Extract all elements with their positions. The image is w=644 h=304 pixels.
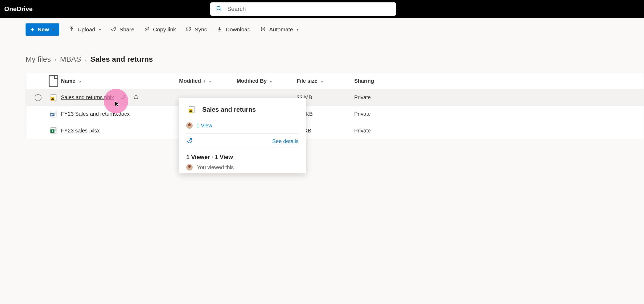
chevron-right-icon: › bbox=[55, 56, 56, 63]
row-select[interactable] bbox=[30, 94, 46, 101]
header-bar: OneDrive bbox=[0, 0, 644, 18]
chevron-down-icon: ⌄ bbox=[78, 78, 81, 84]
file-icon-pbix bbox=[46, 94, 61, 101]
chevron-down-icon: ⌄ bbox=[269, 78, 273, 84]
col-modified-header[interactable]: Modified ↓ ⌄ bbox=[179, 78, 237, 84]
col-sharing-header[interactable]: Sharing bbox=[354, 78, 402, 84]
share-button[interactable]: Share bbox=[110, 24, 135, 35]
file-name[interactable]: FY23 sales .xlsx bbox=[61, 128, 100, 134]
file-name[interactable]: FY23 Sales and returns.docx bbox=[61, 111, 130, 117]
sync-icon bbox=[185, 26, 191, 33]
copylink-button[interactable]: Copy link bbox=[143, 24, 176, 35]
svg-line-1 bbox=[220, 9, 221, 11]
share-label: Share bbox=[119, 26, 134, 33]
view-count-link[interactable]: 1 View bbox=[196, 123, 212, 129]
svg-rect-31 bbox=[191, 111, 192, 112]
hover-card-title: Sales and returns bbox=[202, 106, 256, 113]
col-size-header[interactable]: File size ⌄ bbox=[297, 78, 354, 84]
svg-point-0 bbox=[217, 6, 220, 10]
sync-button[interactable]: Sync bbox=[185, 24, 208, 35]
file-icon-docx: W bbox=[46, 110, 61, 118]
svg-rect-10 bbox=[51, 99, 52, 100]
table-header: Name ⌄ Modified ↓ ⌄ Modified By ⌄ File s… bbox=[26, 73, 644, 89]
download-icon bbox=[217, 26, 222, 33]
svg-text:X: X bbox=[51, 130, 53, 133]
svg-marker-14 bbox=[134, 94, 138, 99]
sync-label: Sync bbox=[195, 26, 207, 33]
avatar-icon bbox=[186, 122, 193, 129]
automate-button[interactable]: Automate ▾ bbox=[259, 24, 299, 35]
file-table: Name ⌄ Modified ↓ ⌄ Modified By ⌄ File s… bbox=[26, 73, 644, 139]
table-row[interactable]: Sales and returns.pbix ··· 23 MB Private bbox=[26, 89, 644, 106]
svg-rect-12 bbox=[53, 98, 54, 100]
file-name-cell[interactable]: FY23 Sales and returns.docx bbox=[61, 111, 179, 117]
svg-rect-29 bbox=[189, 111, 190, 112]
breadcrumb: My files › MBAS › Sales and returns bbox=[26, 41, 644, 73]
toolbar: + New ▾ Upload ▾ Share Copy link bbox=[26, 18, 644, 41]
download-button[interactable]: Download bbox=[216, 24, 251, 35]
share-icon[interactable] bbox=[186, 138, 193, 139]
breadcrumb-item[interactable]: My files bbox=[26, 55, 51, 64]
automate-label: Automate bbox=[269, 26, 293, 33]
search-icon bbox=[216, 6, 222, 13]
hover-card-views: 1 View bbox=[186, 122, 299, 129]
chevron-down-icon: ▾ bbox=[297, 27, 299, 32]
new-button[interactable]: + New ▾ bbox=[26, 23, 59, 36]
col-modby-label: Modified By bbox=[237, 78, 267, 84]
table-row[interactable]: X FY23 sales .xlsx 90 KB Private bbox=[26, 122, 644, 139]
search-input[interactable] bbox=[227, 6, 390, 13]
table-row[interactable]: W FY23 Sales and returns.docx 2.1 KB Pri… bbox=[26, 106, 644, 122]
new-button-label: New bbox=[38, 26, 49, 33]
plus-icon: + bbox=[30, 26, 34, 33]
download-label: Download bbox=[226, 26, 250, 33]
col-name-header[interactable]: Name ⌄ bbox=[61, 78, 179, 84]
breadcrumb-item[interactable]: MBAS bbox=[60, 55, 81, 64]
hover-card-share-row: See details bbox=[186, 134, 299, 139]
file-name[interactable]: Sales and returns.pbix bbox=[61, 94, 114, 101]
hover-card-header: Sales and returns bbox=[186, 104, 299, 115]
col-name-label: Name bbox=[61, 78, 75, 84]
search-box[interactable] bbox=[210, 2, 396, 16]
file-name-cell[interactable]: Sales and returns.pbix ··· bbox=[61, 94, 179, 101]
breadcrumb-current: Sales and returns bbox=[90, 55, 153, 64]
file-icon-pbix bbox=[186, 104, 197, 115]
chevron-right-icon: › bbox=[85, 56, 87, 63]
chevron-down-icon: ⌄ bbox=[208, 78, 212, 84]
file-icon-xlsx: X bbox=[46, 127, 61, 134]
file-name-cell[interactable]: FY23 sales .xlsx bbox=[61, 128, 179, 134]
content: + New ▾ Upload ▾ Share Copy link bbox=[0, 18, 644, 139]
sort-descending-icon: ↓ bbox=[204, 79, 205, 83]
sharing-cell: Private bbox=[354, 128, 402, 134]
file-hover-card: Sales and returns 1 View See details 1 V… bbox=[179, 98, 306, 139]
link-icon bbox=[144, 26, 150, 33]
svg-rect-11 bbox=[52, 98, 53, 100]
row-more-icon[interactable]: ··· bbox=[146, 94, 152, 101]
chevron-down-icon: ▾ bbox=[53, 27, 55, 32]
upload-button[interactable]: Upload ▾ bbox=[68, 24, 101, 35]
col-modifiedby-header[interactable]: Modified By ⌄ bbox=[237, 78, 297, 84]
svg-line-13 bbox=[122, 95, 125, 97]
copylink-label: Copy link bbox=[153, 26, 176, 33]
col-modified-label: Modified bbox=[179, 78, 201, 84]
col-sharing-label: Sharing bbox=[354, 78, 374, 84]
row-favorite-icon[interactable] bbox=[133, 94, 139, 101]
share-icon bbox=[110, 26, 116, 33]
col-icon-header bbox=[46, 74, 61, 89]
upload-label: Upload bbox=[77, 26, 95, 33]
col-size-label: File size bbox=[297, 78, 317, 84]
automate-icon bbox=[260, 26, 266, 33]
sharing-cell: Private bbox=[354, 111, 402, 117]
row-actions: ··· bbox=[120, 94, 152, 101]
checkbox-icon[interactable] bbox=[35, 94, 42, 101]
chevron-down-icon: ⌄ bbox=[320, 78, 324, 84]
svg-rect-7 bbox=[49, 76, 58, 87]
see-details-link[interactable]: See details bbox=[272, 138, 299, 139]
sharing-cell: Private bbox=[354, 94, 402, 101]
row-share-icon[interactable] bbox=[120, 94, 126, 101]
upload-icon bbox=[68, 26, 74, 33]
svg-line-4 bbox=[113, 27, 115, 29]
app-name: OneDrive bbox=[4, 5, 33, 13]
svg-rect-30 bbox=[190, 110, 191, 112]
chevron-down-icon: ▾ bbox=[99, 27, 101, 32]
svg-text:W: W bbox=[51, 113, 54, 116]
